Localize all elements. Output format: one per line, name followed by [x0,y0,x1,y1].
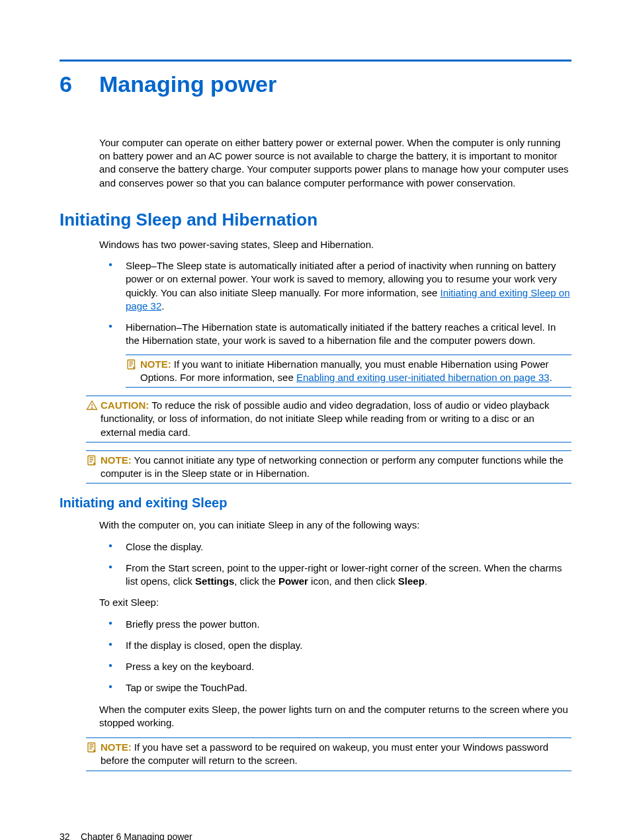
subsection-heading: Initiating and exiting Sleep [60,494,571,512]
subsection-intro: With the computer on, you can initiate S… [99,519,571,532]
list-item: Sleep–The Sleep state is automatically i… [99,259,571,313]
note-admonition: NOTE: If you have set a password to be r… [86,737,571,771]
state-list: Sleep–The Sleep state is automatically i… [99,259,571,388]
list-item: If the display is closed, open the displ… [99,639,571,652]
caution-admonition: CAUTION: To reduce the risk of possible … [86,396,571,442]
footer-text: Chapter 6 Managing power [81,831,192,840]
list-item: Briefly press the power button. [99,618,571,631]
svg-point-2 [91,407,92,408]
chapter-number: 6 [60,69,99,100]
note-label: NOTE: [140,358,171,370]
note-icon [86,741,101,768]
exit-intro: To exit Sleep: [99,596,571,609]
page-footer: 32 Chapter 6 Managing power [60,831,571,840]
exit-result: When the computer exits Sleep, the power… [99,703,571,730]
note-label: NOTE: [101,454,132,466]
exit-list: Briefly press the power button. If the d… [99,618,571,695]
note-label: NOTE: [101,741,132,753]
chapter-heading: 6Managing power [60,69,571,100]
section-heading: Initiating Sleep and Hibernation [60,208,571,231]
list-item: Hibernation–The Hibernation state is aut… [99,321,571,388]
page-number: 32 [60,831,78,840]
initiate-list: Close the display. From the Start screen… [99,540,571,589]
caution-label: CAUTION: [101,399,149,411]
section-intro: Windows has two power-saving states, Sle… [99,238,571,251]
note-admonition: NOTE: If you want to initiate Hibernatio… [126,355,571,388]
note-icon [86,454,101,481]
chapter-intro: Your computer can operate on either batt… [99,136,571,190]
list-item: Close the display. [99,540,571,554]
note-icon [126,358,140,385]
note-admonition: NOTE: You cannot initiate any type of ne… [86,450,571,484]
caution-icon [86,399,101,439]
link-enabling-hibernation[interactable]: Enabling and exiting user-initiated hibe… [296,372,550,383]
list-item: From the Start screen, point to the uppe… [99,562,571,589]
chapter-top-rule [60,60,571,62]
list-item: Press a key on the keyboard. [99,660,571,673]
list-item: Tap or swipe the TouchPad. [99,681,571,694]
chapter-title: Managing power [99,71,276,97]
